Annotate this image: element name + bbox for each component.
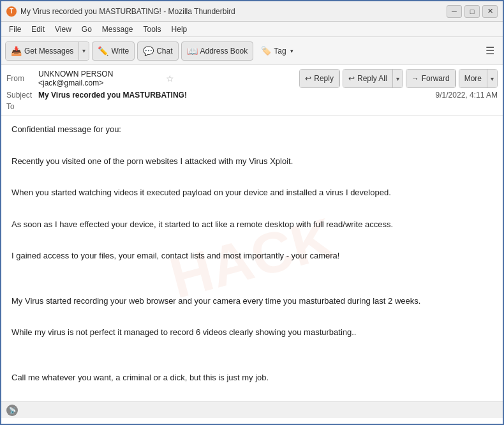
- address-book-icon: 📖: [187, 46, 198, 56]
- forward-label: Forward: [422, 74, 450, 83]
- reply-all-split-button[interactable]: ↩ Reply All ▾: [343, 69, 403, 88]
- to-label: To: [6, 102, 38, 111]
- message-body: Confidential message for you:Recently yo…: [11, 123, 493, 385]
- forward-icon: →: [411, 74, 419, 83]
- get-messages-icon: 📥: [11, 46, 22, 56]
- window-title: My Virus recorded you MASTURBATING! - Mo…: [20, 7, 447, 16]
- star-icon[interactable]: ☆: [166, 73, 174, 84]
- app-icon: T: [6, 6, 17, 17]
- maximize-button[interactable]: □: [464, 5, 480, 18]
- from-value: UNKNOWN PERSON <jack@gmail.com>: [38, 70, 163, 87]
- message-paragraph: Recently you visited one of the porn web…: [11, 155, 493, 168]
- reply-all-button[interactable]: ↩ Reply All: [343, 70, 393, 87]
- reply-label: Reply: [314, 74, 334, 83]
- message-paragraph: I gained access to your files, your emai…: [11, 250, 493, 263]
- reply-split-button[interactable]: ↩ Reply: [299, 69, 340, 88]
- more-button[interactable]: More: [459, 70, 487, 87]
- menu-go[interactable]: Go: [77, 24, 97, 35]
- get-messages-dropdown[interactable]: ▾: [79, 42, 89, 60]
- message-paragraph: Call me whatever you want, a criminal or…: [11, 371, 493, 385]
- menu-view[interactable]: View: [50, 24, 77, 35]
- window-controls: ─ □ ✕: [447, 5, 498, 18]
- chat-icon: 💬: [143, 46, 154, 56]
- menu-tools[interactable]: Tools: [138, 24, 167, 35]
- menu-help[interactable]: Help: [167, 24, 193, 35]
- tag-icon: 🏷️: [261, 46, 271, 56]
- minimize-button[interactable]: ─: [447, 5, 462, 18]
- reply-icon: ↩: [305, 74, 311, 83]
- more-label: More: [464, 74, 482, 83]
- address-book-label: Address Book: [200, 47, 248, 56]
- message-paragraph: While my virus is not perfect it managed…: [11, 326, 493, 339]
- more-split-button[interactable]: More ▾: [459, 69, 498, 88]
- status-bar: 📡: [1, 401, 503, 418]
- message-paragraph: As soon as I have effected your device, …: [11, 218, 493, 232]
- title-bar: T My Virus recorded you MASTURBATING! - …: [1, 1, 503, 22]
- message-action-bar: ↩ Reply ↩ Reply All ▾ → Forward More: [299, 69, 498, 88]
- menu-message[interactable]: Message: [97, 24, 138, 35]
- get-messages-button[interactable]: 📥 Get Messages: [6, 42, 79, 60]
- get-messages-label: Get Messages: [24, 47, 73, 56]
- reply-all-dropdown[interactable]: ▾: [393, 70, 403, 87]
- tag-button[interactable]: 🏷️ Tag ▾: [256, 41, 298, 61]
- write-label: Write: [111, 47, 129, 56]
- reply-button[interactable]: ↩ Reply: [300, 70, 339, 87]
- menu-file[interactable]: File: [4, 24, 26, 35]
- chat-label: Chat: [156, 47, 172, 56]
- close-button[interactable]: ✕: [482, 5, 498, 18]
- from-label: From: [6, 74, 38, 83]
- from-row: From UNKNOWN PERSON <jack@gmail.com> ☆ ↩…: [6, 68, 498, 89]
- reply-all-label: Reply All: [357, 74, 387, 83]
- subject-value: My Virus recorded you MASTURBATING!: [38, 91, 436, 100]
- write-icon: ✏️: [98, 46, 108, 56]
- write-button[interactable]: ✏️ Write: [92, 41, 135, 61]
- email-date: 9/1/2022, 4:11 AM: [436, 91, 498, 100]
- to-row: To: [6, 101, 498, 112]
- message-paragraph: Confidential message for you:: [11, 123, 493, 137]
- reply-all-icon: ↩: [348, 74, 355, 83]
- email-header: From UNKNOWN PERSON <jack@gmail.com> ☆ ↩…: [1, 65, 503, 116]
- tag-dropdown-arrow: ▾: [290, 48, 293, 54]
- get-messages-split-button[interactable]: 📥 Get Messages ▾: [5, 41, 89, 61]
- more-dropdown[interactable]: ▾: [487, 70, 497, 87]
- message-paragraph: When you started watching videos it exec…: [11, 186, 493, 200]
- message-paragraph: My Virus started recording your web brow…: [11, 295, 493, 308]
- forward-split-button[interactable]: → Forward: [406, 69, 456, 88]
- address-book-button[interactable]: 📖 Address Book: [181, 41, 254, 61]
- subject-row: Subject My Virus recorded you MASTURBATI…: [6, 89, 498, 101]
- status-icon: 📡: [6, 405, 18, 416]
- menu-edit[interactable]: Edit: [26, 24, 50, 35]
- subject-label: Subject: [6, 91, 38, 100]
- tag-label: Tag: [274, 47, 286, 56]
- menu-bar: File Edit View Go Message Tools Help: [1, 22, 503, 37]
- main-toolbar: 📥 Get Messages ▾ ✏️ Write 💬 Chat 📖 Addre…: [1, 37, 503, 65]
- forward-button[interactable]: → Forward: [406, 70, 456, 87]
- message-content-area: HACK Confidential message for you:Recent…: [1, 116, 503, 401]
- chat-button[interactable]: 💬 Chat: [137, 41, 178, 61]
- hamburger-menu-button[interactable]: ☰: [481, 42, 499, 60]
